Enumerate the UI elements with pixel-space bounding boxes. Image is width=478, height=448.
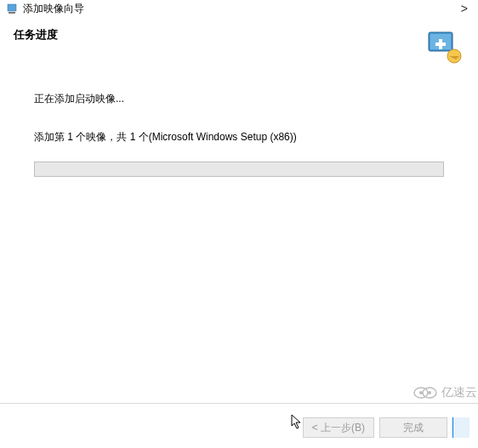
wizard-header: 任务进度 xyxy=(0,17,478,75)
wizard-buttons: < 上一步(B) 完成 xyxy=(303,417,469,438)
progress-detail-text: 添加第 1 个映像，共 1 个(Microsoft Windows Setup … xyxy=(34,130,444,145)
svg-rect-0 xyxy=(8,4,16,11)
app-icon xyxy=(5,2,19,15)
wizard-content: 正在添加启动映像... 添加第 1 个映像，共 1 个(Microsoft Wi… xyxy=(0,75,478,194)
cancel-button-partial[interactable] xyxy=(452,417,469,438)
title-bar: 添加映像向导 > xyxy=(0,0,478,17)
status-text: 正在添加启动映像... xyxy=(34,92,444,106)
watermark-text: 亿速云 xyxy=(441,385,477,400)
svg-point-9 xyxy=(419,391,423,394)
watermark-logo-icon xyxy=(413,384,438,401)
footer-separator xyxy=(0,403,478,404)
svg-point-10 xyxy=(428,391,431,394)
svg-rect-1 xyxy=(9,12,15,14)
window-control-area[interactable]: > xyxy=(456,2,473,15)
watermark: 亿速云 xyxy=(413,384,477,401)
page-title: 任务进度 xyxy=(14,27,58,43)
mouse-cursor-icon xyxy=(291,414,303,433)
progress-bar xyxy=(34,162,444,177)
window-title: 添加映像向导 xyxy=(23,2,456,16)
back-button[interactable]: < 上一步(B) xyxy=(303,417,374,438)
wizard-banner-icon xyxy=(424,27,464,68)
svg-rect-5 xyxy=(435,43,446,46)
finish-button[interactable]: 完成 xyxy=(379,417,447,438)
